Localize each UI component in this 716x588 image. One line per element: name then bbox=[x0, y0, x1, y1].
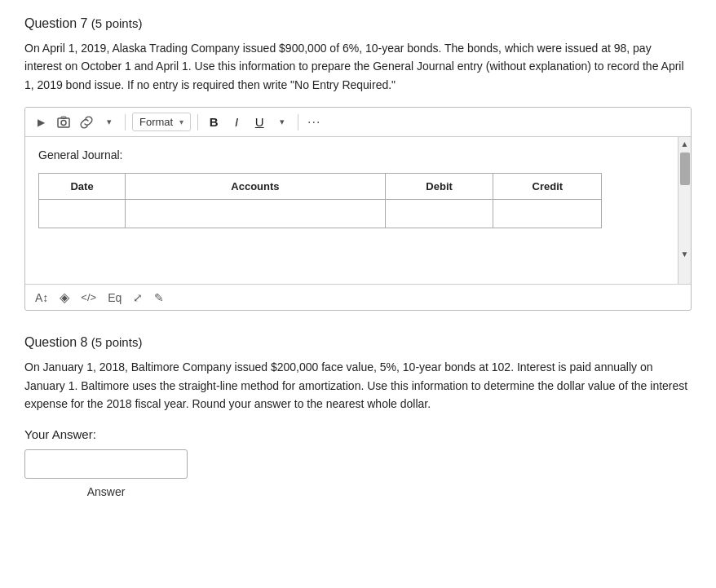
code-icon[interactable]: </> bbox=[81, 291, 96, 303]
edit-icon[interactable]: ✎ bbox=[154, 291, 164, 304]
dropdown-arrow-icon[interactable]: ▾ bbox=[100, 113, 118, 131]
play-icon[interactable] bbox=[32, 113, 50, 131]
journal-table: Date Accounts Debit Credit bbox=[38, 173, 602, 228]
editor-container: ▾ Format ▾ B I U ▾ bbox=[24, 107, 692, 311]
bold-label: B bbox=[210, 115, 219, 129]
editor-bottom-bar: A↕ ◈ </> Eq ⤢ ✎ bbox=[25, 284, 691, 310]
scrollbar-up-button[interactable]: ▲ bbox=[679, 138, 691, 149]
fullscreen-icon[interactable]: ⤢ bbox=[133, 291, 143, 304]
editor-content-area[interactable]: General Journal: Date Accounts Debit Cre… bbox=[25, 137, 678, 284]
question-7-header: Question 7 (5 points) bbox=[24, 16, 692, 31]
toolbar-divider-3 bbox=[298, 114, 298, 130]
table-header-row: Date Accounts Debit Credit bbox=[39, 174, 602, 200]
text-format-dropdown-icon[interactable]: ▾ bbox=[273, 113, 291, 131]
svg-point-1 bbox=[61, 120, 66, 125]
editor-toolbar: ▾ Format ▾ B I U ▾ bbox=[25, 108, 691, 137]
answer-button-label: Answer bbox=[24, 485, 188, 498]
svg-rect-0 bbox=[58, 118, 69, 127]
italic-button[interactable]: I bbox=[228, 113, 245, 131]
more-options-button[interactable]: ··· bbox=[305, 113, 323, 131]
toolbar-divider-1 bbox=[125, 114, 126, 130]
question-7-points: (5 points) bbox=[91, 16, 143, 30]
question-8-title: Question 8 bbox=[24, 335, 87, 349]
question-8-body: On January 1, 2018, Baltimore Company is… bbox=[24, 358, 692, 413]
underline-label: U bbox=[255, 115, 264, 129]
dots-label: ··· bbox=[307, 115, 320, 130]
spell-check-icon[interactable]: ◈ bbox=[60, 290, 69, 305]
formula-icon[interactable]: Eq bbox=[108, 291, 122, 304]
underline-button[interactable]: U bbox=[250, 113, 268, 131]
general-journal-label: General Journal: bbox=[38, 148, 665, 161]
question-8-header: Question 8 (5 points) bbox=[24, 335, 692, 350]
question-7-body: On April 1, 2019, Alaska Trading Company… bbox=[24, 39, 692, 94]
question-7-section: Question 7 (5 points) On April 1, 2019, … bbox=[24, 16, 692, 311]
scrollbar-down-button[interactable]: ▼ bbox=[679, 248, 691, 259]
col-debit: Debit bbox=[385, 174, 493, 200]
col-accounts: Accounts bbox=[126, 174, 386, 200]
col-credit: Credit bbox=[493, 174, 602, 200]
question-8-section: Question 8 (5 points) On January 1, 2018… bbox=[24, 335, 692, 498]
format-dropdown[interactable]: Format ▾ bbox=[132, 113, 191, 131]
your-answer-label: Your Answer: bbox=[24, 427, 692, 441]
toolbar-divider-2 bbox=[197, 114, 198, 130]
font-size-icon[interactable]: A↕ bbox=[35, 291, 48, 304]
snapshot-icon[interactable] bbox=[55, 113, 73, 131]
format-label: Format bbox=[139, 116, 173, 128]
format-chevron-icon: ▾ bbox=[179, 117, 183, 126]
question-7-title: Question 7 bbox=[24, 16, 87, 30]
debit-cell[interactable] bbox=[385, 200, 493, 228]
link-icon[interactable] bbox=[77, 113, 95, 131]
editor-body: General Journal: Date Accounts Debit Cre… bbox=[25, 137, 691, 284]
col-date: Date bbox=[39, 174, 126, 200]
credit-cell[interactable] bbox=[493, 200, 602, 228]
table-row[interactable] bbox=[39, 200, 602, 228]
editor-scrollbar[interactable]: ▲ ▼ bbox=[678, 137, 691, 284]
accounts-cell[interactable] bbox=[126, 200, 386, 228]
scrollbar-thumb[interactable] bbox=[680, 153, 690, 185]
date-cell[interactable] bbox=[39, 200, 126, 228]
question-8-points: (5 points) bbox=[91, 335, 143, 349]
answer-input[interactable] bbox=[24, 449, 188, 479]
bold-button[interactable]: B bbox=[205, 113, 223, 131]
italic-label: I bbox=[235, 115, 238, 129]
